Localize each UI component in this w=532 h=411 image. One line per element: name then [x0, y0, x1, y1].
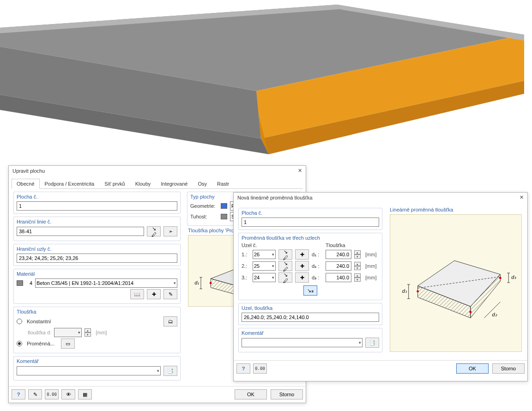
spin-d1[interactable]: ▴▾: [354, 250, 361, 259]
select-thickness-d: ▾: [54, 328, 82, 337]
label-n3: 3.:: [242, 275, 250, 280]
measure-icon: 0.00: [256, 365, 264, 372]
unit-mm: [mm]: [96, 330, 107, 335]
select-node-1[interactable]: 26▾: [253, 250, 276, 259]
svg-text:d₁: d₁: [402, 288, 407, 294]
ok-button[interactable]: OK: [235, 389, 267, 399]
cancel-button[interactable]: Storno: [271, 389, 303, 399]
thickness-pick-button[interactable]: 🗂: [163, 316, 177, 326]
group-title: Plocha č.: [17, 194, 177, 199]
new-node-1[interactable]: ✚: [295, 249, 309, 260]
graph-button[interactable]: ▦: [78, 389, 92, 399]
close-icon[interactable]: ✕: [288, 168, 302, 174]
input-plocha-number[interactable]: [17, 201, 177, 211]
input-uzel-tloustka[interactable]: [242, 313, 379, 322]
label-konstantni: Konstantní: [27, 319, 51, 324]
svg-point-21: [469, 311, 472, 313]
group-uzel-tloustka: Uzel, tloušťka: [238, 303, 382, 325]
radio-konstantni[interactable]: [17, 319, 22, 324]
ok-button[interactable]: OK: [456, 363, 489, 374]
label-geometrie: Geometrie:: [190, 203, 218, 209]
node-row-1: 1.: 26▾ ↘🖊 ✚ d₁ : ▴▾ [mm]: [242, 249, 379, 260]
spin-d2[interactable]: ▴▾: [354, 262, 361, 270]
tab-integrovane[interactable]: Integrované: [156, 179, 193, 189]
new-node-3[interactable]: ✚: [295, 272, 309, 283]
group-title: Plocha č.: [242, 210, 379, 216]
help-button[interactable]: ?: [12, 389, 25, 399]
group-preview: Lineárně proměnná tloušťka: [389, 207, 523, 355]
comment-copy-button[interactable]: 📑: [163, 366, 177, 376]
select-node-3[interactable]: 24▾: [253, 273, 276, 282]
select-material[interactable]: Beton C35/45 | EN 1992-1-1:2004/A1:2014 …: [35, 278, 177, 288]
group-hranicni-linie: Hraniční linie č. ↘🖊 ➣: [13, 217, 181, 241]
tab-klouby[interactable]: Klouby: [130, 179, 156, 189]
dialog-footer: ? ✎ 0.00 👁 ▦ OK Storno: [9, 386, 306, 402]
input-lines[interactable]: [17, 227, 144, 236]
input-d1[interactable]: [326, 250, 351, 259]
label-n2: 2.:: [242, 263, 250, 269]
new-node-2[interactable]: ✚: [295, 261, 309, 271]
pointer-icon: ➣: [167, 228, 174, 235]
dialog-footer: ? 0.00 OK Storno: [234, 360, 527, 376]
edit-icon: ▭: [64, 340, 72, 347]
pick-node-3[interactable]: ↘🖊: [278, 272, 292, 283]
material-edit-button[interactable]: ✎: [163, 289, 177, 299]
svg-point-20: [417, 290, 419, 292]
input-nodes[interactable]: [17, 254, 177, 263]
svg-text:d₂: d₂: [492, 312, 497, 317]
tab-osy[interactable]: Osy: [193, 179, 212, 189]
pick-node-1[interactable]: ↘🖊: [278, 249, 292, 260]
help-icon: ?: [240, 365, 247, 372]
variable-thickness-button[interactable]: ▭: [61, 338, 75, 349]
tab-obecne[interactable]: Obecné: [12, 179, 40, 189]
input-d3[interactable]: [326, 273, 351, 282]
pick-node-2[interactable]: ↘🖊: [278, 261, 292, 271]
note-button[interactable]: ✎: [28, 389, 42, 399]
material-new-button[interactable]: ✚: [147, 289, 161, 299]
select-comment[interactable]: ▾: [242, 338, 363, 347]
measure-button[interactable]: 0.00: [45, 389, 59, 399]
dim-d1: d₁: [194, 280, 199, 285]
new-icon: ✚: [298, 274, 306, 281]
new-icon: ✚: [298, 251, 306, 258]
pick-three-nodes-button[interactable]: ↘⁎: [303, 285, 317, 296]
dialog-title: Nová lineárně proměnná tloušťka: [237, 195, 313, 200]
material-library-button[interactable]: 📖: [130, 289, 144, 299]
group-hranicni-uzly: Hraniční uzly č.: [13, 244, 181, 266]
select-node-2[interactable]: 25▾: [253, 261, 276, 271]
unit-mm: [mm]: [365, 252, 376, 257]
pick-icon: ↘🖊: [282, 251, 289, 258]
tab-sit[interactable]: Síť prvků: [99, 179, 130, 189]
tab-rastr[interactable]: Rastr: [212, 179, 234, 189]
titlebar[interactable]: Upravit plochu ✕: [9, 166, 306, 175]
pointer-lines-button[interactable]: ➣: [163, 226, 177, 236]
pick-lines-button[interactable]: ↘🖊: [147, 226, 161, 236]
radio-promenna[interactable]: [17, 341, 22, 346]
spin-d3[interactable]: ▴▾: [354, 273, 361, 282]
measure-button[interactable]: 0.00: [253, 363, 267, 374]
dialog-title: Upravit plochu: [12, 168, 45, 174]
tab-podpora[interactable]: Podpora / Excentricita: [40, 179, 100, 189]
viewport-3d[interactable]: [0, 0, 532, 157]
input-d2[interactable]: [326, 261, 351, 271]
group-title: Hraniční uzly č.: [17, 246, 177, 252]
view-button[interactable]: 👁: [61, 389, 75, 399]
group-variable-nodes: Proměnná tloušťka ve třech uzlech Uzel č…: [238, 233, 382, 300]
cancel-button[interactable]: Storno: [492, 363, 525, 374]
eye-icon: 👁: [65, 391, 72, 398]
chevron-down-icon: ▾: [174, 281, 176, 285]
note-icon: ✎: [31, 391, 39, 398]
material-color-chip: [17, 280, 23, 286]
thickness-preview: d₁ d₂ d₃: [390, 214, 522, 352]
pick-icon: 🗂: [167, 318, 174, 325]
comment-copy-button[interactable]: 📑: [365, 338, 379, 348]
input-plocha-number[interactable]: [242, 218, 379, 227]
help-button[interactable]: ?: [236, 363, 250, 374]
group-komentar: Komentář ▾ 📑: [238, 328, 382, 352]
titlebar[interactable]: Nová lineárně proměnná tloušťka ✕: [234, 193, 527, 202]
svg-text:d₃: d₃: [511, 274, 516, 280]
select-comment[interactable]: ▾: [17, 366, 161, 375]
group-title: Komentář: [242, 330, 379, 336]
geometry-color-chip: [221, 203, 227, 209]
close-icon[interactable]: ✕: [510, 194, 524, 200]
